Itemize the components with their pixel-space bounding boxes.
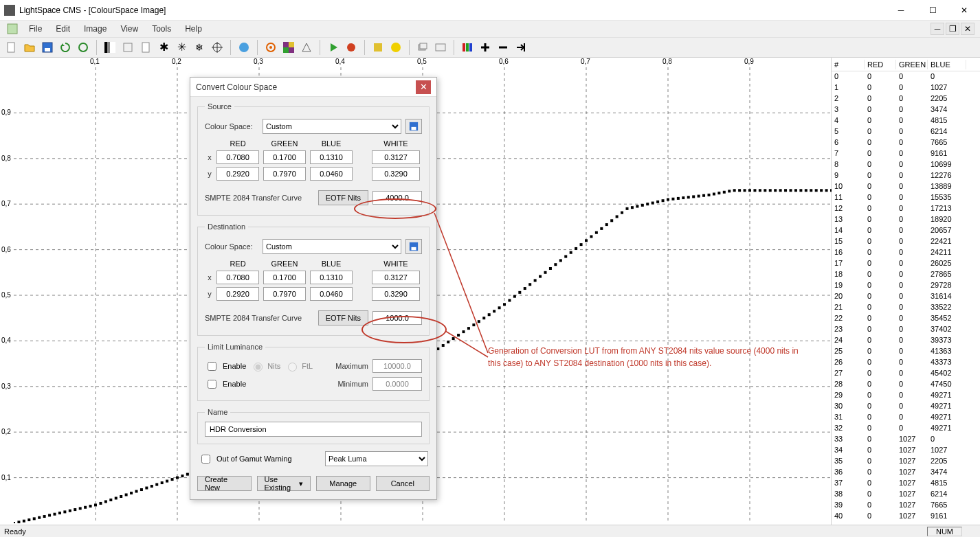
menu-help[interactable]: Help xyxy=(178,23,209,35)
target-icon[interactable] xyxy=(263,40,278,55)
name-input[interactable] xyxy=(205,422,422,437)
table-row[interactable]: 250041363 xyxy=(832,346,980,357)
grid-icon[interactable] xyxy=(281,40,296,55)
col-red[interactable]: RED xyxy=(865,60,896,69)
record-icon[interactable] xyxy=(344,40,359,55)
table-row[interactable]: 80010699 xyxy=(832,159,980,170)
convert-icon[interactable] xyxy=(370,40,386,55)
globe-icon[interactable] xyxy=(236,40,252,55)
table-row[interactable]: 260043373 xyxy=(832,357,980,368)
table-row[interactable]: 120017213 xyxy=(832,203,980,214)
create-new-button[interactable]: Create New xyxy=(197,476,252,491)
table-body[interactable]: 0000100102720022053003474400481550062146… xyxy=(832,71,980,525)
refresh-icon[interactable] xyxy=(58,40,73,55)
table-row[interactable]: 320049271 xyxy=(832,423,980,434)
rgb-bars-icon[interactable] xyxy=(460,40,475,55)
table-row[interactable]: 38010276214 xyxy=(832,489,980,500)
table-row[interactable]: 90012276 xyxy=(832,170,980,181)
minimize-button[interactable]: ─ xyxy=(885,0,917,21)
gradient-icon[interactable] xyxy=(102,40,118,55)
mdi-minimize-button[interactable]: ─ xyxy=(931,23,944,35)
col-blue[interactable]: BLUE xyxy=(928,60,966,69)
table-row[interactable]: 6007665 xyxy=(832,137,980,148)
table-row[interactable]: 180027865 xyxy=(832,269,980,280)
menu-file[interactable]: File xyxy=(22,23,49,35)
dst-y-red[interactable] xyxy=(216,287,259,301)
new-file-icon[interactable] xyxy=(4,40,19,55)
table-row[interactable]: 100013889 xyxy=(832,181,980,192)
dst-x-blue[interactable] xyxy=(310,271,353,284)
plus-icon[interactable] xyxy=(478,40,493,55)
dst-y-blue[interactable] xyxy=(310,287,353,301)
maximize-button[interactable]: ☐ xyxy=(917,0,948,21)
dest-cs-select[interactable]: Custom xyxy=(263,239,401,254)
limit-min-enable[interactable]: Enable xyxy=(205,378,246,391)
table-row[interactable]: 290049271 xyxy=(832,390,980,401)
table-row[interactable]: 37010274815 xyxy=(832,478,980,489)
table-row[interactable]: 5006214 xyxy=(832,126,980,137)
table-row[interactable]: 0000 xyxy=(832,71,980,82)
source-save-button[interactable] xyxy=(405,119,422,134)
src-x-red[interactable] xyxy=(216,150,259,164)
dst-x-green[interactable] xyxy=(263,271,306,284)
table-row[interactable]: 4004815 xyxy=(832,115,980,126)
table-row[interactable]: 110015535 xyxy=(832,192,980,203)
table-row[interactable]: 280047450 xyxy=(832,379,980,390)
table-row[interactable]: 34010271027 xyxy=(832,445,980,456)
layers-icon[interactable] xyxy=(415,40,430,55)
table-row[interactable]: 230037402 xyxy=(832,324,980,335)
menu-edit[interactable]: Edit xyxy=(49,23,77,35)
minus-icon[interactable] xyxy=(495,40,511,55)
src-y-blue[interactable] xyxy=(310,167,353,181)
radiation-icon[interactable] xyxy=(388,40,403,55)
stack-icon[interactable] xyxy=(433,40,448,55)
src-x-green[interactable] xyxy=(263,150,306,164)
table-row[interactable]: 170026025 xyxy=(832,258,980,269)
menu-view[interactable]: View xyxy=(113,23,145,35)
table-row[interactable]: 39010277665 xyxy=(832,500,980,511)
table-row[interactable]: 35010272205 xyxy=(832,456,980,467)
play-icon[interactable] xyxy=(326,40,341,55)
menu-tools[interactable]: Tools xyxy=(145,23,178,35)
use-existing-button[interactable]: Use Existing▾ xyxy=(257,476,311,491)
table-row[interactable]: 240039373 xyxy=(832,335,980,346)
document-icon[interactable] xyxy=(138,40,153,55)
oog-checkbox[interactable]: Out of Gamut Warning xyxy=(199,453,292,466)
col-index[interactable]: # xyxy=(832,60,865,69)
snowflake-icon[interactable]: ❄ xyxy=(192,40,207,55)
mdi-restore-button[interactable]: ❐ xyxy=(946,23,959,35)
open-file-icon[interactable] xyxy=(22,40,37,55)
table-row[interactable]: 7009161 xyxy=(832,148,980,159)
dest-save-button[interactable] xyxy=(405,239,422,254)
src-x-blue[interactable] xyxy=(310,150,353,164)
dst-y-green[interactable] xyxy=(263,287,306,301)
table-row[interactable]: 1001027 xyxy=(832,82,980,93)
table-row[interactable]: 270045402 xyxy=(832,368,980,379)
table-row[interactable]: 40010279161 xyxy=(832,511,980,522)
dst-x-red[interactable] xyxy=(216,271,259,284)
mdi-close-button[interactable]: ✕ xyxy=(961,23,975,35)
table-row[interactable]: 36010273474 xyxy=(832,467,980,478)
asterisk-icon[interactable]: ✱ xyxy=(156,40,171,55)
dst-eotf-button[interactable]: EOTF Nits xyxy=(318,310,368,325)
table-row[interactable]: 3003474 xyxy=(832,104,980,115)
save-file-icon[interactable] xyxy=(40,40,55,55)
dst-y-white[interactable] xyxy=(372,287,420,301)
src-y-green[interactable] xyxy=(263,167,306,181)
cycle-icon[interactable] xyxy=(76,40,91,55)
table-row[interactable]: 220035452 xyxy=(832,313,980,324)
dst-x-white[interactable] xyxy=(372,271,420,284)
oog-mode-select[interactable]: Peak Luma xyxy=(325,451,428,466)
table-row[interactable]: 140020657 xyxy=(832,225,980,236)
source-cs-select[interactable]: Custom xyxy=(263,119,401,134)
table-row[interactable]: 200031614 xyxy=(832,291,980,302)
gamut-icon[interactable] xyxy=(299,40,314,55)
table-row[interactable]: 33010270 xyxy=(832,434,980,445)
table-row[interactable]: 190029728 xyxy=(832,280,980,291)
table-row[interactable]: 160024211 xyxy=(832,247,980,258)
cancel-button[interactable]: Cancel xyxy=(376,476,430,491)
dialog-close-button[interactable]: ✕ xyxy=(416,80,431,94)
col-green[interactable]: GREEN xyxy=(896,60,928,69)
cube-icon[interactable] xyxy=(120,40,135,55)
table-row[interactable]: 2002205 xyxy=(832,93,980,104)
